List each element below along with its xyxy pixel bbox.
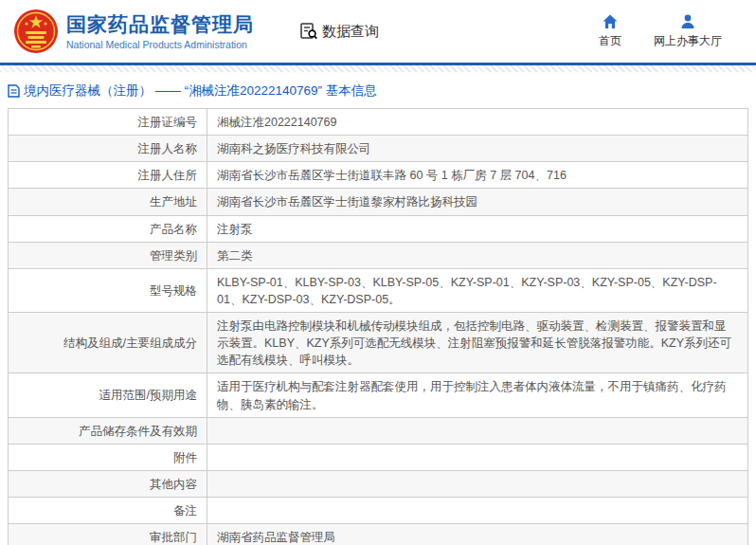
row-label: 结构及组成/主要组成成分: [9, 313, 207, 372]
row-value-text: KLBY-SP-01、KLBY-SP-03、KLBY-SP-05、KZY-SP-…: [217, 274, 736, 308]
row-label-text: 审批部门: [150, 529, 197, 545]
national-emblem-logo: [13, 9, 59, 54]
nav-label-home: 首页: [599, 33, 621, 49]
row-label: 管理类别: [9, 243, 207, 268]
row-value: 注射泵由电路控制模块和机械传动模块组成，包括控制电路、驱动装置、检测装置、报警装…: [207, 313, 747, 372]
row-value: 湖南省长沙市岳麓区学士街道联丰路 60 号 1 栋厂房 7 层 704、716: [207, 162, 747, 188]
data-query-label: 数据查询: [322, 23, 379, 41]
table-row: 产品名称注射泵: [9, 216, 747, 243]
row-value-text: 注射泵由电路控制模块和机械传动模块组成，包括控制电路、驱动装置、检测装置、报警装…: [217, 318, 736, 369]
row-label: 审批部门: [9, 524, 207, 545]
hatch-strip: [0, 65, 756, 72]
nav-item-home[interactable]: 首页: [599, 13, 621, 49]
row-label: 产品储存条件及有效期: [9, 418, 207, 444]
table-row: 产品储存条件及有效期: [9, 418, 747, 445]
row-label-text: 附件: [173, 449, 197, 466]
row-value-text: 湖南省药品监督管理局: [217, 529, 335, 545]
org-name-cn: 国家药品监督管理局: [66, 12, 254, 36]
table-row: 其他内容: [9, 471, 747, 498]
row-label: 备注: [9, 498, 207, 523]
org-name-en: National Medical Products Administration: [66, 39, 254, 50]
nav-label-online-hall: 网上办事大厅: [654, 33, 722, 49]
row-label-text: 型号规格: [150, 282, 197, 300]
row-value-text: 湖南省长沙市岳麓区学士街道联丰路 60 号 1 栋厂房 7 层 704、716: [217, 167, 567, 184]
row-label: 注册人住所: [9, 162, 207, 188]
row-value: 第二类: [207, 243, 747, 268]
data-query-entry[interactable]: 数据查询: [299, 22, 379, 41]
document-icon: [8, 84, 20, 98]
row-value: 湖南科之扬医疗科技有限公司: [207, 136, 747, 161]
table-row: 注册证编号湘械注准20222140769: [9, 109, 747, 136]
row-value: 注射泵: [207, 216, 747, 242]
row-value: [207, 445, 747, 470]
row-label-text: 备注: [173, 502, 197, 519]
nav-item-online-hall[interactable]: 网上办事大厅: [654, 13, 722, 49]
row-label: 型号规格: [9, 269, 207, 312]
row-value-text: 适用于医疗机构与配套注射器配套使用，用于控制注入患者体内液体流量，不用于镇痛药、…: [217, 378, 736, 412]
row-label-text: 注册人住所: [138, 167, 198, 184]
table-row: 备注: [9, 498, 747, 524]
row-value-text: 湖南科之扬医疗科技有限公司: [217, 140, 371, 157]
row-label: 注册人名称: [9, 136, 207, 161]
row-value-text: 湘械注准20222140769: [217, 114, 336, 131]
user-icon: [679, 13, 696, 30]
table-row: 注册人名称湖南科之扬医疗科技有限公司: [9, 136, 747, 162]
row-value: KLBY-SP-01、KLBY-SP-03、KLBY-SP-05、KZY-SP-…: [207, 269, 747, 312]
table-row: 结构及组成/主要组成成分注射泵由电路控制模块和机械传动模块组成，包括控制电路、驱…: [9, 313, 747, 373]
row-label: 注册证编号: [9, 109, 207, 135]
row-label-text: 产品储存条件及有效期: [79, 423, 197, 440]
row-label: 适用范围/预期用途: [9, 373, 207, 416]
row-value-text: 湖南省长沙市岳麓区学士街道黎家村路比扬科技园: [217, 193, 477, 210]
registration-detail-table: 注册证编号湘械注准20222140769注册人名称湖南科之扬医疗科技有限公司注册…: [8, 108, 748, 545]
row-label-text: 产品名称: [150, 221, 197, 238]
row-value-text: 第二类: [217, 247, 253, 264]
home-icon: [602, 13, 619, 30]
row-label: 产品名称: [9, 216, 207, 242]
row-label-text: 生产地址: [150, 193, 197, 210]
table-row: 注册人住所湖南省长沙市岳麓区学士街道联丰路 60 号 1 栋厂房 7 层 704…: [9, 162, 747, 189]
table-row: 适用范围/预期用途适用于医疗机构与配套注射器配套使用，用于控制注入患者体内液体流…: [9, 373, 747, 417]
row-label-text: 注册人名称: [138, 140, 198, 157]
row-label-text: 结构及组成/主要组成成分: [63, 335, 197, 352]
row-label-text: 注册证编号: [138, 114, 198, 131]
row-label-text: 其他内容: [150, 476, 197, 493]
row-label-text: 适用范围/预期用途: [99, 387, 197, 404]
row-label: 生产地址: [9, 189, 207, 214]
row-value: 湖南省药品监督管理局: [207, 524, 747, 545]
table-row: 生产地址湖南省长沙市岳麓区学士街道黎家村路比扬科技园: [9, 189, 747, 215]
row-value: 适用于医疗机构与配套注射器配套使用，用于控制注入患者体内液体流量，不用于镇痛药、…: [207, 373, 747, 416]
table-row: 型号规格KLBY-SP-01、KLBY-SP-03、KLBY-SP-05、KZY…: [9, 269, 747, 313]
row-value: [207, 471, 747, 497]
row-value: 湘械注准20222140769: [207, 109, 747, 135]
breadcrumb: 境内医疗器械（注册） —— “湘械注准20222140769” 基本信息: [0, 72, 756, 108]
row-value: 湖南省长沙市岳麓区学士街道黎家村路比扬科技园: [207, 189, 747, 214]
table-row: 管理类别第二类: [9, 243, 747, 269]
row-value-text: 注射泵: [217, 221, 253, 238]
row-value: [207, 418, 747, 444]
org-title-block: 国家药品监督管理局 National Medical Products Admi…: [66, 12, 254, 49]
row-value: [207, 498, 747, 523]
header-nav: 首页 网上办事大厅: [599, 13, 743, 49]
row-label: 附件: [9, 445, 207, 470]
site-header: 国家药品监督管理局 National Medical Products Admi…: [0, 0, 756, 63]
row-label-text: 管理类别: [150, 247, 197, 264]
table-row: 附件: [9, 445, 747, 471]
page-title: 境内医疗器械（注册） —— “湘械注准20222140769” 基本信息: [24, 82, 377, 100]
data-query-icon: [299, 22, 318, 41]
row-label: 其他内容: [9, 471, 207, 497]
table-row: 审批部门湖南省药品监督管理局: [9, 524, 747, 545]
